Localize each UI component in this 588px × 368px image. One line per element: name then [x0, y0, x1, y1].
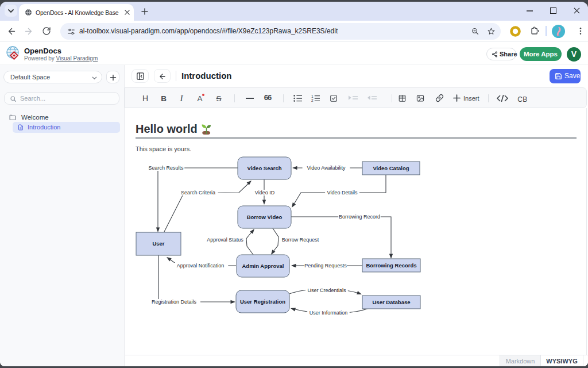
svg-text:Video Availability: Video Availability [307, 165, 346, 171]
svg-text:Video Catalog: Video Catalog [373, 165, 409, 171]
svg-text:Video Search: Video Search [247, 165, 281, 171]
svg-text:Approval Notification: Approval Notification [177, 263, 225, 269]
svg-text:User Credentials: User Credentials [307, 288, 346, 293]
svg-text:User Registration: User Registration [240, 298, 285, 305]
svg-text:Borrowing Records: Borrowing Records [366, 262, 416, 269]
svg-text:User: User [152, 240, 164, 247]
svg-text:Pending Requests: Pending Requests [304, 263, 347, 269]
svg-text:Borrowing Record: Borrowing Record [339, 214, 380, 220]
svg-text:Borrow Video: Borrow Video [247, 214, 283, 220]
svg-text:Search Results: Search Results [148, 165, 184, 171]
svg-text:Registration Details: Registration Details [152, 299, 197, 305]
svg-text:Search Criteria: Search Criteria [181, 190, 215, 195]
svg-text:User Database: User Database [372, 299, 410, 305]
svg-text:Borrow Request: Borrow Request [282, 237, 319, 243]
svg-text:2: 2 [311, 98, 314, 102]
svg-text:Approval Status: Approval Status [207, 237, 243, 243]
svg-text:Video ID: Video ID [255, 190, 275, 195]
svg-text:Video Details: Video Details [327, 190, 358, 195]
svg-text:User Information: User Information [310, 310, 348, 316]
svg-text:Admin Approval: Admin Approval [242, 263, 284, 269]
svg-text:1: 1 [311, 94, 314, 98]
